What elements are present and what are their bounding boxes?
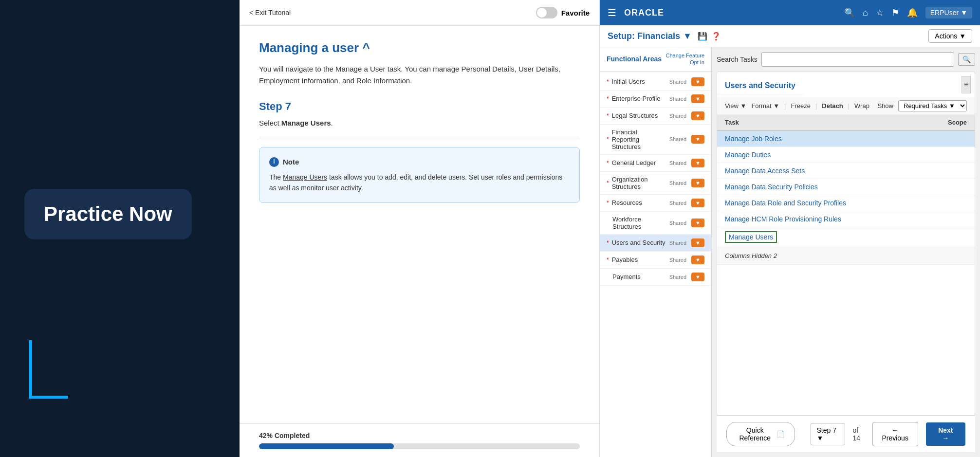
task-section-title: Users and Security [717,75,803,94]
task-area: Search Tasks 🔍 Users and Security ≡ View… [712,47,980,457]
progress-label: 42% Completed [259,432,580,439]
fa-shared-label: Shared [669,257,686,263]
task-cell[interactable]: Manage Data Role and Security Profiles [717,195,923,211]
progress-bar-fill [259,443,394,449]
page-title: Setup: Financials ▼ [608,31,692,41]
tutorial-header: < Exit Tutorial Favorite [240,0,599,26]
fa-orange-button[interactable]: ▼ [691,94,704,103]
fa-orange-button[interactable]: ▼ [691,199,704,207]
step-instruction: Select Manage Users. [259,119,580,127]
fa-orange-button[interactable]: ▼ [691,256,704,264]
scope-cell [923,227,975,247]
fa-item-payables[interactable]: * Payables Shared ▼ [600,252,711,269]
corner-decoration [29,340,68,399]
fa-orange-button[interactable]: ▼ [691,219,704,227]
note-link[interactable]: Manage Users [283,173,327,181]
help-icon[interactable]: ❓ [711,32,721,41]
progress-bar-background [259,443,580,449]
tutorial-footer: 42% Completed [240,423,599,457]
task-cell[interactable]: Manage Data Security Policies [717,179,923,195]
fa-shared-label: Shared [669,96,686,102]
fa-label: Payables [612,256,666,263]
view-button[interactable]: View ▼ [725,102,746,110]
fa-shared-label: Shared [669,113,686,119]
tutorial-description: You will navigate to the Manage a User t… [259,63,580,87]
table-header-row: Task Scope [717,115,975,130]
required-asterisk: * [607,95,609,102]
manage-users-link[interactable]: Manage Users [725,231,777,243]
scope-cell [923,179,975,195]
functional-areas-title: Functional Areas [607,55,662,63]
fa-item-financial-reporting[interactable]: * Financial Reporting Structures Shared … [600,125,711,155]
toolbar-separator: | [848,102,850,110]
fa-item-organization-structures[interactable]: * Organization Structures Shared ▼ [600,172,711,195]
table-row[interactable]: Manage Data Role and Security Profiles [717,195,975,211]
exit-tutorial-link[interactable]: < Exit Tutorial [249,9,291,17]
fa-label: Enterprise Profile [612,95,666,102]
home-nav-icon[interactable]: ⌂ [863,8,868,18]
task-cell-manage-users[interactable]: Manage Users [717,227,923,247]
fa-item-general-ledger[interactable]: * General Ledger Shared ▼ [600,155,711,172]
task-cell[interactable]: Manage Data Access Sets [717,163,923,179]
hamburger-icon[interactable]: ☰ [608,7,616,18]
format-button[interactable]: Format ▼ [751,102,779,110]
fa-item-payments[interactable]: Payments Shared ▼ [600,269,711,286]
table-row[interactable]: Manage Job Roles [717,130,975,147]
search-tasks-input[interactable] [761,52,954,67]
fa-item-users-security[interactable]: * Users and Security Shared ▼ [600,235,711,252]
practice-now-button[interactable]: Practice Now [24,189,192,239]
side-panel-toggle[interactable]: ≡ [962,76,971,93]
fa-orange-button[interactable]: ▼ [691,111,704,120]
table-row[interactable]: Manage Data Access Sets [717,163,975,179]
table-row[interactable]: Manage Users [717,227,975,247]
tutorial-content: Managing a user ^ You will navigate to t… [240,26,599,423]
favorite-toggle-switch[interactable] [536,7,557,18]
previous-button[interactable]: ← Previous [872,422,918,446]
oracle-logo: ORACLE [624,8,664,18]
step-select[interactable]: Step 7 ▼ [811,423,845,445]
fa-item-legal-structures[interactable]: * Legal Structures Shared ▼ [600,108,711,125]
show-label: Show [877,102,893,110]
fa-item-workforce-structures[interactable]: Workforce Structures Shared ▼ [600,212,711,235]
required-asterisk: * [607,78,609,85]
oracle-nav-icons: 🔍 ⌂ ☆ ⚑ 🔔 ERPUser ▼ [844,7,972,18]
save-icon[interactable]: 💾 [698,32,707,41]
wrap-button[interactable]: Wrap [854,102,869,110]
erp-subheader: Setup: Financials ▼ 💾 ❓ Actions ▼ [600,25,980,47]
fa-item-resources[interactable]: * Resources Shared ▼ [600,195,711,212]
task-cell[interactable]: Manage Duties [717,147,923,163]
bell-nav-icon[interactable]: 🔔 [907,7,918,18]
info-icon: i [269,157,279,167]
user-label: ERPUser [930,9,959,17]
next-button[interactable]: Next → [926,422,965,446]
flag-nav-icon[interactable]: ⚑ [891,7,899,18]
required-tasks-select[interactable]: Required Tasks ▼ [898,100,967,111]
fa-orange-button[interactable]: ▼ [691,159,704,167]
search-button[interactable]: 🔍 [958,53,975,66]
fa-label: Organization Structures [612,176,666,190]
detach-button[interactable]: Detach [822,102,843,110]
change-feature-button[interactable]: Change FeatureOpt In [666,52,705,66]
fa-item-initial-users[interactable]: * Initial Users Shared ▼ [600,73,711,91]
page-title-dropdown-icon[interactable]: ▼ [683,31,692,41]
note-text: The Manage Users task allows you to add,… [269,172,570,194]
step-instruction-prefix: Select [259,119,281,127]
fa-orange-button[interactable]: ▼ [691,77,704,86]
user-menu-button[interactable]: ERPUser ▼ [925,7,972,18]
note-text-prefix: The [269,173,283,181]
fa-orange-button[interactable]: ▼ [691,135,704,144]
star-nav-icon[interactable]: ☆ [876,7,884,18]
table-row[interactable]: Manage HCM Role Provisioning Rules [717,211,975,227]
quick-reference-button[interactable]: Quick Reference 📄 [726,422,795,446]
actions-button[interactable]: Actions ▼ [928,29,972,43]
table-row[interactable]: Manage Duties [717,147,975,163]
freeze-button[interactable]: Freeze [791,102,810,110]
fa-orange-button[interactable]: ▼ [691,273,704,281]
task-cell[interactable]: Manage HCM Role Provisioning Rules [717,211,923,227]
fa-orange-button[interactable]: ▼ [691,179,704,187]
fa-item-enterprise-profile[interactable]: * Enterprise Profile Shared ▼ [600,91,711,108]
fa-orange-button[interactable]: ▼ [691,238,704,247]
table-row[interactable]: Manage Data Security Policies [717,179,975,195]
search-nav-icon[interactable]: 🔍 [844,7,855,18]
task-cell[interactable]: Manage Job Roles [717,130,923,147]
